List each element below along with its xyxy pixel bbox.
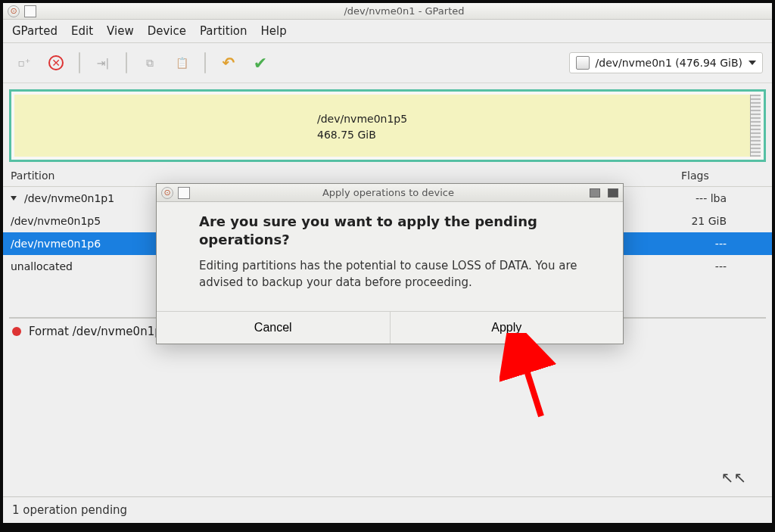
delete-partition-button[interactable]: ✕ [44, 51, 68, 75]
expander-icon[interactable] [11, 196, 17, 201]
menu-view[interactable]: View [107, 24, 134, 38]
menu-help[interactable]: Help [261, 24, 287, 38]
partition-block-name: /dev/nvme0n1p5 [317, 111, 750, 127]
resize-move-button[interactable]: ⇥| [91, 51, 115, 75]
row-partition-name: /dev/nvme0n1p5 [11, 215, 101, 227]
row-flags: --- [715, 238, 772, 250]
dialog-heading: Are you sure you want to apply the pendi… [199, 213, 603, 250]
partition-visualization: /dev/nvme0n1p5 468.75 GiB [3, 83, 772, 165]
menu-device[interactable]: Device [148, 24, 186, 38]
cancel-button[interactable]: Cancel [157, 312, 390, 344]
toolbar-separator [204, 52, 206, 73]
menu-partition[interactable]: Partition [200, 24, 247, 38]
undo-icon: ↶ [223, 54, 235, 72]
toolbar: ▫⁺ ✕ ⇥| ⧉ 📋 ↶ ✔ /dev/nvme0n1 (476.94 GiB… [3, 43, 772, 83]
partition-block-p5[interactable]: /dev/nvme0n1p5 468.75 GiB [14, 95, 750, 157]
app-window-icon [24, 5, 36, 17]
header-flags[interactable]: Flags [681, 170, 772, 182]
row-partition-name: /dev/nvme0n1p6 [11, 238, 101, 250]
mouse-cursor-icon: ↖↖ [721, 468, 746, 487]
chevron-down-icon [749, 61, 756, 65]
dialog-message: Editing partitions has the potential to … [199, 257, 603, 291]
statusbar: 1 operation pending [3, 496, 772, 523]
debian-swirl-icon: ⊙ [161, 187, 173, 199]
minimize-icon[interactable] [590, 188, 600, 198]
new-icon: ▫⁺ [18, 57, 31, 69]
paste-button[interactable]: 📋 [170, 51, 194, 75]
device-selector-label: /dev/nvme0n1 (476.94 GiB) [596, 57, 742, 69]
device-selector[interactable]: /dev/nvme0n1 (476.94 GiB) [569, 52, 763, 73]
resize-icon: ⇥| [97, 57, 109, 69]
dialog-titlebar: ⊙ Apply operations to device [157, 184, 623, 202]
window-title: /dev/nvme0n1 - GParted [41, 5, 767, 17]
paste-icon: 📋 [176, 57, 188, 69]
dialog-buttons: Cancel Apply [157, 311, 623, 344]
header-partition[interactable]: Partition [3, 170, 162, 182]
apply-icon: ✔ [254, 54, 267, 73]
dialog-body: Are you sure you want to apply the pendi… [157, 202, 623, 311]
partition-handle[interactable] [750, 95, 761, 157]
menu-edit[interactable]: Edit [71, 24, 93, 38]
menu-gparted[interactable]: GParted [12, 24, 58, 38]
confirm-apply-dialog: ⊙ Apply operations to device Are you sur… [156, 183, 624, 344]
row-partition-name: /dev/nvme0n1p1 [24, 192, 114, 204]
partition-block-size: 468.75 GiB [317, 127, 750, 143]
partition-map[interactable]: /dev/nvme0n1p5 468.75 GiB [9, 89, 766, 162]
copy-button[interactable]: ⧉ [138, 51, 162, 75]
maximize-icon[interactable] [608, 188, 618, 198]
app-window-icon [178, 187, 190, 199]
menubar: GParted Edit View Device Partition Help [3, 20, 772, 43]
apply-button[interactable]: Apply [390, 312, 624, 344]
undo-button[interactable]: ↶ [216, 51, 241, 75]
format-icon [12, 327, 21, 336]
toolbar-separator [126, 52, 127, 73]
dialog-title: Apply operations to device [195, 187, 582, 198]
row-flags: --- lba [696, 192, 772, 204]
status-text: 1 operation pending [12, 503, 127, 517]
row-flags: --- [715, 260, 772, 272]
titlebar: ⊙ /dev/nvme0n1 - GParted [3, 3, 772, 20]
delete-icon: ✕ [48, 55, 64, 70]
disk-icon [576, 56, 590, 70]
copy-icon: ⧉ [146, 57, 154, 70]
apply-button[interactable]: ✔ [248, 51, 272, 75]
screen: ⊙ /dev/nvme0n1 - GParted GParted Edit Vi… [0, 0, 775, 532]
row-size: 21 GiB [691, 215, 772, 227]
row-partition-name: unallocated [11, 260, 73, 272]
debian-swirl-icon: ⊙ [8, 5, 20, 17]
toolbar-separator [79, 52, 80, 73]
new-partition-button[interactable]: ▫⁺ [12, 51, 36, 75]
